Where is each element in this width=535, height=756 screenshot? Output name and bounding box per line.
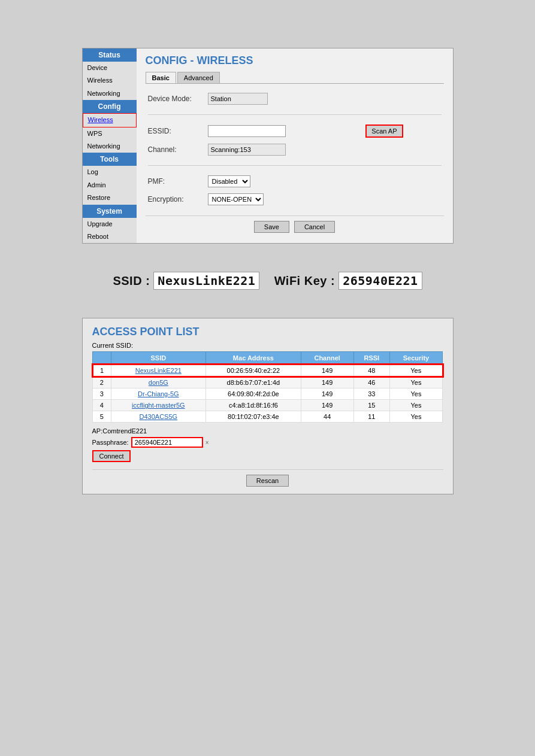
sidebar-item-wireless-config[interactable]: Wireless — [83, 113, 137, 127]
scan-ap-button[interactable]: Scan AP — [365, 125, 403, 138]
row-rssi: 15 — [353, 400, 389, 411]
device-mode-value — [205, 90, 364, 108]
sidebar-item-upgrade[interactable]: Upgrade — [83, 218, 137, 230]
row-ssid[interactable]: Dr-Chiang-5G — [111, 388, 206, 400]
passphrase-row: Passphrase: × — [92, 437, 443, 448]
config-form: Device Mode: ESSID: Scan AP — [146, 90, 444, 208]
row-security: Yes — [389, 377, 442, 388]
passphrase-label: Passphrase: — [92, 439, 129, 446]
row-mac: d8:b6:b7:07:e1:4d — [206, 377, 301, 388]
rescan-row: Rescan — [92, 469, 443, 487]
ap-table-header: SSID Mac Address Channel RSSI Security — [93, 352, 443, 365]
sidebar-item-admin[interactable]: Admin — [83, 179, 137, 192]
row-rssi: 46 — [353, 377, 389, 388]
page-title: CONFIG - WIRELESS — [146, 54, 444, 67]
sidebar-item-wps[interactable]: WPS — [83, 127, 137, 140]
encryption-select[interactable]: NONE-OPEN WPA2-PSK WPA-PSK — [208, 193, 264, 205]
encryption-select-cell: NONE-OPEN WPA2-PSK WPA-PSK — [205, 190, 364, 208]
tab-bar: Basic Advanced — [146, 72, 444, 84]
sidebar-item-networking-status[interactable]: Networking — [83, 87, 137, 100]
cancel-button[interactable]: Cancel — [294, 221, 335, 233]
essid-input-cell — [205, 122, 364, 141]
row-num: 2 — [93, 377, 111, 388]
ap-table: SSID Mac Address Channel RSSI Security 1… — [92, 351, 443, 423]
table-row[interactable]: 4 iccflight-master5G c4:a8:1d:8f:16:f6 1… — [93, 400, 443, 411]
rescan-button[interactable]: Rescan — [246, 475, 289, 487]
table-row[interactable]: 1 NexusLinkE221 00:26:59:40:e2:22 149 48… — [93, 365, 443, 377]
passphrase-clear-button[interactable]: × — [205, 439, 209, 446]
col-channel: Channel — [301, 352, 353, 365]
row-mac: 00:26:59:40:e2:22 — [206, 365, 301, 377]
sidebar-section-tools: Tools — [83, 153, 137, 166]
row-num: 1 — [93, 365, 111, 377]
row-rssi: 33 — [353, 388, 389, 400]
row-mac: c4:a8:1d:8f:16:f6 — [206, 400, 301, 411]
row-channel: 149 — [301, 400, 353, 411]
sidebar-section-system: System — [83, 205, 137, 218]
sidebar-item-device[interactable]: Device — [83, 62, 137, 74]
ap-list-panel: ACCESS POINT LIST Current SSID: SSID Mac… — [82, 318, 454, 494]
passphrase-input[interactable] — [131, 437, 203, 448]
current-ssid-label: Current SSID: — [92, 342, 443, 349]
channel-label: Channel: — [146, 141, 205, 159]
row-security: Yes — [389, 411, 442, 423]
wireless-config-panel: Status Device Wireless Networking Config… — [82, 48, 454, 244]
wifi-key-label: WiFi Key : — [274, 274, 339, 287]
ap-info: AP:ComtrendE221 — [92, 427, 443, 435]
row-mac: 80:1f:02:07:e3:4e — [206, 411, 301, 423]
essid-input[interactable] — [208, 125, 286, 137]
row-ssid[interactable]: don5G — [111, 377, 206, 388]
tab-advanced[interactable]: Advanced — [177, 72, 220, 83]
sidebar-item-reboot[interactable]: Reboot — [83, 230, 137, 243]
col-num — [93, 352, 111, 365]
device-mode-row: Device Mode: — [146, 90, 444, 108]
row-num: 3 — [93, 388, 111, 400]
table-row[interactable]: 3 Dr-Chiang-5G 64:09:80:4f:2d:0e 149 33 … — [93, 388, 443, 400]
row-security: Yes — [389, 400, 442, 411]
sidebar-section-status: Status — [83, 48, 137, 62]
row-num: 5 — [93, 411, 111, 423]
sidebar-item-networking-config[interactable]: Networking — [83, 140, 137, 153]
row-ssid[interactable]: NexusLinkE221 — [111, 365, 206, 377]
row-mac: 64:09:80:4f:2d:0e — [206, 388, 301, 400]
connect-button[interactable]: Connect — [92, 450, 131, 462]
row-ssid[interactable]: D430ACS5G — [111, 411, 206, 423]
table-row[interactable]: 5 D430ACS5G 80:1f:02:07:e3:4e 44 11 Yes — [93, 411, 443, 423]
col-rssi: RSSI — [353, 352, 389, 365]
tab-basic[interactable]: Basic — [146, 72, 176, 83]
row-ssid[interactable]: iccflight-master5G — [111, 400, 206, 411]
ssid-value: NexusLinkE221 — [153, 272, 259, 290]
sidebar-item-wireless-status[interactable]: Wireless — [83, 74, 137, 87]
row-channel: 149 — [301, 377, 353, 388]
pmf-select-cell: Disabled Optional Required — [205, 172, 364, 190]
row-rssi: 11 — [353, 411, 389, 423]
col-mac: Mac Address — [206, 352, 301, 365]
essid-label: ESSID: — [146, 122, 205, 141]
channel-row: Channel: — [146, 141, 444, 159]
col-security: Security — [389, 352, 442, 365]
wifi-key-value: 265940E221 — [338, 272, 422, 290]
wireless-config-main: CONFIG - WIRELESS Basic Advanced Device … — [137, 48, 453, 243]
col-ssid: SSID — [111, 352, 206, 365]
ap-list-title: ACCESS POINT LIST — [92, 326, 443, 338]
row-num: 4 — [93, 400, 111, 411]
device-mode-label: Device Mode: — [146, 90, 205, 108]
channel-input — [208, 144, 286, 156]
row-rssi: 48 — [353, 365, 389, 377]
table-row[interactable]: 2 don5G d8:b6:b7:07:e1:4d 149 46 Yes — [93, 377, 443, 388]
sidebar: Status Device Wireless Networking Config… — [83, 48, 137, 243]
device-mode-input — [208, 93, 268, 105]
save-button[interactable]: Save — [254, 221, 289, 233]
row-channel: 149 — [301, 388, 353, 400]
encryption-label: Encryption: — [146, 190, 205, 208]
sidebar-item-log[interactable]: Log — [83, 166, 137, 178]
pmf-select[interactable]: Disabled Optional Required — [208, 175, 250, 187]
channel-value-cell — [205, 141, 364, 159]
row-security: Yes — [389, 365, 442, 377]
row-security: Yes — [389, 388, 442, 400]
sidebar-section-config: Config — [83, 100, 137, 113]
sidebar-item-restore[interactable]: Restore — [83, 192, 137, 204]
essid-row: ESSID: Scan AP — [146, 122, 444, 141]
row-channel: 149 — [301, 365, 353, 377]
row-channel: 44 — [301, 411, 353, 423]
